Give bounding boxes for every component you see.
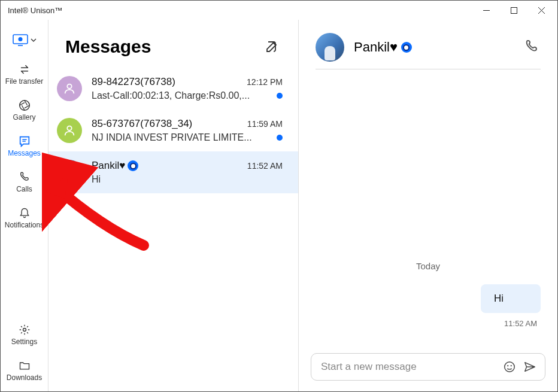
page-title: Messages bbox=[65, 37, 265, 57]
sidebar-item-calls[interactable]: Calls bbox=[1, 166, 48, 198]
chat-title: Pankil♥ bbox=[354, 39, 514, 55]
chat-panel: Pankil♥ Today Hi 11:52 AM bbox=[299, 20, 557, 391]
app-body: File transfer Gallery Messages Calls bbox=[1, 20, 557, 391]
app-window: Intel® Unison™ bbox=[0, 0, 558, 392]
conversation-time: 11:59 AM bbox=[247, 119, 283, 129]
device-selector[interactable] bbox=[10, 31, 39, 54]
unread-indicator bbox=[277, 93, 283, 99]
unread-indicator bbox=[277, 135, 283, 141]
monitor-icon bbox=[13, 34, 28, 46]
messages-header: Messages bbox=[48, 20, 298, 68]
sidebar-item-label: Settings bbox=[11, 338, 37, 346]
message-input[interactable] bbox=[321, 361, 496, 373]
conversation-preview: NJ INDIA INVEST PRIVATE LIMITE... bbox=[92, 132, 272, 143]
svg-rect-0 bbox=[511, 7, 517, 13]
sidebar-item-gallery[interactable]: Gallery bbox=[1, 94, 48, 126]
phone-icon bbox=[524, 39, 539, 54]
sidebar-item-label: Calls bbox=[16, 185, 32, 193]
conversation-item[interactable]: 85-673767(76738_34) 11:59 AM NJ INDIA IN… bbox=[48, 110, 298, 151]
conversation-name: 85-673767(76738_34) bbox=[92, 118, 242, 130]
svg-point-4 bbox=[23, 329, 26, 332]
edit-icon bbox=[265, 39, 279, 54]
conversation-item[interactable]: Pankil♥ 11:52 AM Hi bbox=[48, 151, 298, 193]
send-icon bbox=[523, 360, 536, 373]
sidebar: File transfer Gallery Messages Calls bbox=[1, 20, 48, 391]
window-title: Intel® Unison™ bbox=[8, 6, 472, 15]
svg-point-11 bbox=[511, 365, 512, 366]
conversation-time: 11:52 AM bbox=[247, 161, 283, 171]
maximize-button[interactable] bbox=[500, 1, 527, 20]
sidebar-item-settings[interactable]: Settings bbox=[1, 318, 48, 351]
chat-header: Pankil♥ bbox=[299, 20, 557, 69]
avatar bbox=[57, 76, 82, 101]
call-button[interactable] bbox=[524, 39, 541, 56]
eye-icon bbox=[128, 160, 138, 171]
conversation-name: Pankil♥ bbox=[92, 160, 242, 172]
svg-point-7 bbox=[67, 84, 71, 89]
conversation-item[interactable]: 89-842273(76738) 12:12 PM Last-Call:00:0… bbox=[48, 68, 298, 110]
sidebar-item-label: Notifications bbox=[5, 221, 44, 229]
sidebar-item-label: Gallery bbox=[13, 113, 35, 121]
sidebar-item-messages[interactable]: Messages bbox=[1, 130, 48, 162]
gear-icon bbox=[18, 323, 31, 336]
close-button[interactable] bbox=[527, 1, 555, 20]
conversation-name: 89-842273(76738) bbox=[92, 76, 242, 88]
compose-bar bbox=[299, 345, 557, 391]
chevron-down-icon bbox=[31, 37, 37, 43]
conversation-preview: Last-Call:00:02:13, Charge:Rs0.00,... bbox=[92, 90, 272, 101]
sidebar-item-notifications[interactable]: Notifications bbox=[1, 202, 48, 234]
bell-icon bbox=[18, 206, 31, 220]
avatar bbox=[57, 118, 82, 143]
transfer-icon bbox=[18, 63, 31, 76]
svg-point-8 bbox=[67, 126, 71, 130]
person-icon bbox=[63, 82, 76, 95]
chat-scroll[interactable]: Today Hi 11:52 AM bbox=[299, 69, 557, 345]
avatar bbox=[57, 160, 82, 185]
sidebar-item-label: Downloads bbox=[7, 373, 42, 382]
person-icon bbox=[63, 124, 76, 137]
smiley-icon bbox=[503, 360, 516, 373]
folder-icon bbox=[18, 359, 31, 372]
conversation-list: 89-842273(76738) 12:12 PM Last-Call:00:0… bbox=[48, 68, 298, 391]
message-bubble: Hi bbox=[481, 284, 541, 313]
svg-point-2 bbox=[18, 37, 22, 41]
svg-point-9 bbox=[505, 362, 515, 372]
day-label: Today bbox=[316, 261, 541, 271]
svg-point-3 bbox=[19, 101, 29, 111]
sidebar-item-file-transfer[interactable]: File transfer bbox=[1, 58, 48, 90]
emoji-button[interactable] bbox=[503, 360, 516, 373]
phone-icon bbox=[18, 171, 31, 184]
compose-button[interactable] bbox=[265, 39, 279, 54]
messages-list-panel: Messages 89-842273(76738) 12:12 PM bbox=[48, 20, 299, 391]
svg-point-10 bbox=[507, 365, 508, 366]
compose-field[interactable] bbox=[311, 353, 545, 381]
sidebar-item-label: File transfer bbox=[5, 77, 43, 86]
minimize-button[interactable] bbox=[472, 1, 500, 20]
avatar bbox=[316, 33, 344, 62]
message-row: Hi bbox=[316, 284, 541, 313]
sidebar-item-downloads[interactable]: Downloads bbox=[1, 354, 48, 387]
message-icon bbox=[18, 135, 31, 148]
send-button[interactable] bbox=[523, 360, 536, 373]
message-time: 11:52 AM bbox=[316, 317, 541, 339]
conversation-preview: Hi bbox=[92, 174, 283, 185]
eye-icon bbox=[401, 42, 412, 53]
sidebar-item-label: Messages bbox=[8, 149, 41, 157]
aperture-icon bbox=[18, 99, 31, 112]
conversation-time: 12:12 PM bbox=[247, 77, 283, 87]
titlebar: Intel® Unison™ bbox=[1, 1, 557, 20]
